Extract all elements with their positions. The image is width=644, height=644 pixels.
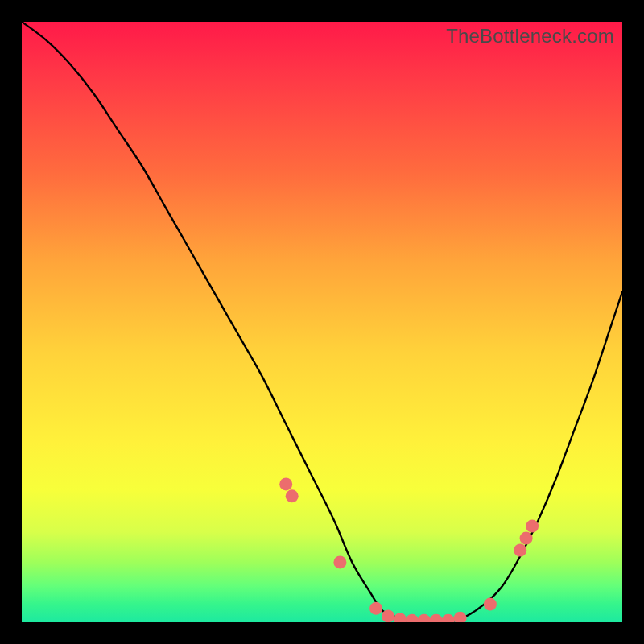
bottleneck-curve <box>22 22 622 622</box>
curve-marker <box>394 613 407 622</box>
curve-marker <box>369 602 382 615</box>
curve-marker <box>430 614 443 622</box>
watermark-text: TheBottleneck.com <box>446 25 614 47</box>
curve-marker <box>484 598 497 611</box>
curve-marker <box>514 544 526 557</box>
curve-marker <box>279 477 292 490</box>
chart-frame: TheBottleneck.com <box>0 0 644 644</box>
curve-markers <box>279 477 539 622</box>
curve-layer <box>22 22 622 622</box>
curve-marker <box>406 614 419 622</box>
plot-area: TheBottleneck.com <box>22 22 622 622</box>
curve-marker <box>520 532 533 545</box>
curve-marker <box>382 610 394 623</box>
curve-marker <box>418 614 431 622</box>
curve-marker <box>286 489 299 502</box>
curve-marker <box>454 612 467 622</box>
curve-marker <box>333 555 346 568</box>
curve-marker <box>442 614 455 622</box>
curve-marker <box>526 520 539 533</box>
